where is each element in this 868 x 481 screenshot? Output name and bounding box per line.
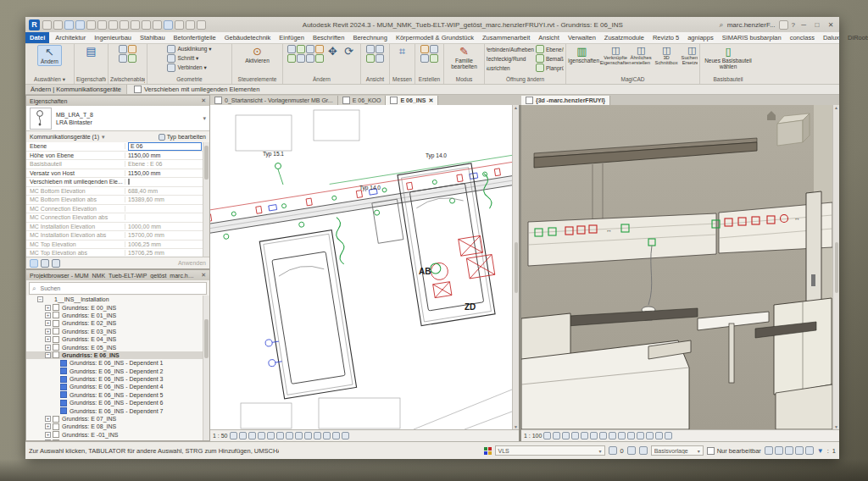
browser-search[interactable]: ⌕ — [29, 282, 207, 295]
edit-family-button[interactable]: ✎ Familie bearbeiten — [448, 45, 480, 70]
opening-ausrichten[interactable]: Ausrichten — [487, 64, 534, 72]
properties-header[interactable]: Eigenschaften✕ — [26, 96, 209, 106]
ribbon-tab-ansicht[interactable]: Ansicht — [534, 32, 564, 43]
active-workset-dropdown[interactable]: VLS▾ — [495, 445, 605, 456]
tree-expander-icon[interactable]: + — [45, 305, 51, 311]
3d-scale[interactable]: 1 : 100 — [524, 433, 542, 439]
edit-type-button[interactable]: Typ bearbeiten — [159, 134, 206, 141]
search-icon[interactable]: ⌕ — [720, 20, 724, 30]
show-crop-region-icon[interactable] — [599, 432, 607, 440]
move-with-nearby-checkbox[interactable] — [134, 86, 142, 93]
temporary-view-properties-icon[interactable] — [323, 432, 331, 440]
menu-icon[interactable] — [42, 20, 52, 30]
tree-item[interactable]: Grundriss: E 06_INS - Dependent 5 — [26, 391, 203, 399]
select-pinned-elements-icon[interactable] — [785, 446, 793, 455]
geometry-verbinden[interactable]: Verbinden ▾ — [167, 64, 211, 72]
print-icon[interactable] — [108, 20, 118, 30]
drag-elements-on-selection-icon[interactable] — [805, 446, 814, 455]
modify-tool-icon[interactable] — [315, 54, 324, 63]
tree-item[interactable]: +Grundriss: E -01_INS — [26, 431, 203, 439]
ribbon-tab-zusammenarbeit[interactable]: Zusammenarbeit — [478, 32, 534, 43]
property-row[interactable]: MC Top Elevation1006,25 mm — [26, 240, 203, 250]
tree-item[interactable]: +Grundriss: E 05_INS — [26, 343, 203, 351]
modify-tool-icon[interactable] — [306, 54, 314, 63]
show-rendering-icon[interactable] — [581, 432, 588, 440]
create-group-icon[interactable] — [420, 45, 429, 53]
reveal-constraints-icon[interactable] — [655, 432, 663, 440]
temporary-view-properties-icon[interactable] — [637, 432, 644, 440]
close-icon[interactable]: ✕ — [201, 272, 206, 279]
temporary-hide-isolate-icon[interactable] — [609, 432, 616, 440]
tree-item[interactable]: +Grundriss: E 03_INS — [26, 328, 203, 335]
plan-vertical-scrollbar[interactable]: ▲▼ — [512, 105, 519, 429]
magicad--hnliches-erstellen[interactable]: ◫Ähnliches erstellen — [629, 45, 653, 65]
tree-item[interactable]: Grundriss: E 06_INS - Dependent 3 — [26, 375, 203, 383]
3d-view-icon[interactable] — [164, 20, 173, 30]
view-tab-e-06-koo[interactable]: E 06_KOO — [338, 96, 387, 105]
hide-analytical-model-icon[interactable] — [332, 432, 340, 440]
qat-dropdown-icon[interactable] — [197, 20, 206, 30]
worksharing-display-icon[interactable] — [627, 446, 636, 455]
select-underlay-icon[interactable] — [775, 446, 783, 455]
tree-item[interactable]: −1__INS__Installation — [26, 296, 203, 303]
save-icon[interactable] — [64, 20, 74, 30]
ribbon-tab-ingenieurbau[interactable]: Ingenieurbau — [90, 32, 136, 43]
user-name[interactable]: marc.henzlerF... — [727, 21, 776, 29]
section-box-icon[interactable] — [665, 432, 672, 440]
ribbon-tab-beschriften[interactable]: Beschriften — [309, 32, 349, 43]
tag-icon[interactable] — [142, 20, 151, 30]
detail-level-icon[interactable] — [230, 432, 237, 440]
modify-tool-icon[interactable] — [306, 45, 314, 53]
filter-icon[interactable]: ▼ — [817, 447, 824, 455]
select-elements-by-face-icon[interactable] — [795, 446, 804, 455]
unhide-icon[interactable] — [376, 54, 384, 63]
property-row[interactable]: Verschieben mit umliegenden Ele... — [26, 178, 203, 187]
ribbon-tab-dalux[interactable]: Dalux — [819, 32, 843, 43]
browser-scrollbar[interactable] — [203, 296, 209, 440]
ribbon-tab-betonfertigteile[interactable]: Betonfertigteile — [170, 32, 220, 43]
measure-button[interactable]: ⌗ — [397, 45, 408, 58]
sun-path-icon[interactable] — [562, 432, 570, 440]
notification-icon[interactable] — [779, 20, 788, 30]
isolate-icon[interactable] — [366, 54, 375, 63]
magicad-suchen-ersetzen[interactable]: ◫Suchen & Ersetzen — [680, 45, 698, 65]
view-tab-3d[interactable]: {3d -marc.henzlerFRUYI} — [521, 96, 610, 105]
search-input[interactable] — [38, 285, 203, 292]
section-icon[interactable] — [175, 20, 184, 30]
property-checkbox[interactable] — [128, 179, 130, 185]
text-icon[interactable] — [153, 20, 162, 30]
modify-tool-icon[interactable] — [297, 45, 305, 53]
3d-vertical-scrollbar[interactable]: ▲▼ — [832, 105, 839, 429]
new-host-button[interactable]: ▯ Neues Basisbauteil wählen — [702, 45, 754, 70]
tree-expander-icon[interactable]: + — [45, 416, 51, 422]
sync-icon[interactable] — [75, 20, 85, 30]
paste-icon[interactable] — [119, 45, 127, 53]
editable-only-checkbox[interactable] — [707, 447, 715, 455]
apply-button[interactable]: Anwenden — [178, 260, 206, 266]
scroll-up-icon[interactable]: ▲ — [514, 105, 518, 110]
magicad-verkn-pfte-eigenschaften[interactable]: ◫Verknüpfte Eigenschaften — [604, 45, 627, 65]
ribbon-tab-conclass[interactable]: conclass — [786, 32, 819, 43]
category-selector[interactable]: Kommunikationsgeräte (1) — [30, 134, 99, 140]
property-row[interactable]: MC Bottom Elevation688,40 mm — [26, 187, 203, 196]
tree-expander-icon[interactable]: + — [45, 440, 51, 440]
3d-drawing[interactable]: ↔ ↔ — [521, 105, 832, 429]
chevron-down-icon[interactable]: ▾ — [203, 115, 206, 122]
reveal-hidden-elements-icon[interactable] — [304, 432, 312, 440]
ribbon-tab-agniapps[interactable]: agniapps — [683, 32, 717, 43]
opening-rechteckig-rund[interactable]: Rechteckig/Rund — [487, 54, 534, 63]
property-row[interactable]: MC Installation Elevation1000,00 mm — [26, 223, 203, 232]
opening-planpr-fung[interactable]: Planprüfung — [536, 64, 564, 72]
crop-view-icon[interactable] — [276, 432, 284, 440]
property-row[interactable]: MC Connection Elevation abs — [26, 213, 203, 223]
hide-analytical-model-icon[interactable] — [646, 432, 654, 440]
tree-item[interactable]: +Grundriss: E 00_INS — [26, 303, 203, 311]
design-option-dropdown[interactable]: Basisvorlage▾ — [651, 445, 704, 456]
pin-properties-icon[interactable] — [30, 259, 38, 268]
worksharing-display-icon[interactable] — [627, 432, 635, 440]
hide-icon[interactable] — [376, 45, 384, 53]
undo-icon[interactable] — [86, 20, 96, 30]
design-options-icon[interactable] — [639, 446, 648, 455]
modify-tool-icon[interactable] — [287, 45, 296, 53]
ribbon-tab-zusatzmodule[interactable]: Zusatzmodule — [600, 32, 648, 43]
